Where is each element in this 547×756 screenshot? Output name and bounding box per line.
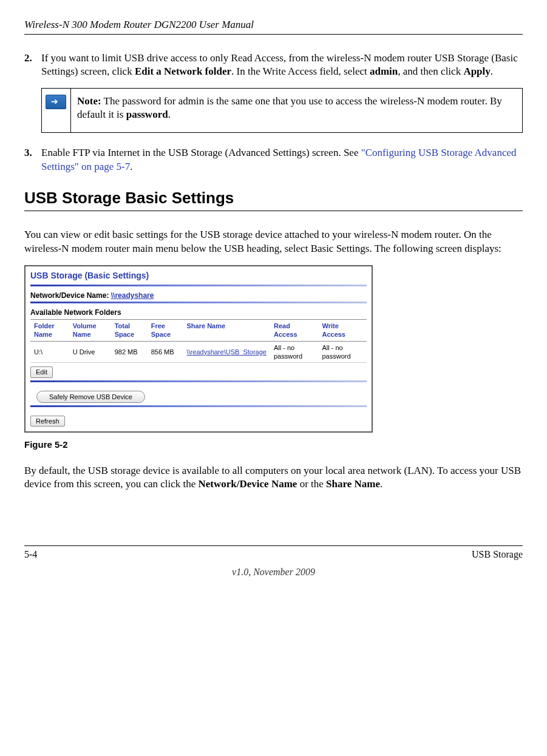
remove-row: Safely Remove USB Device — [25, 387, 372, 405]
step-2: 2. If you want to limit USB drive access… — [24, 52, 523, 78]
note-box: Note: The password for admin is the same… — [41, 88, 523, 133]
edit-button[interactable]: Edit — [30, 366, 53, 377]
step-2-text: If you want to limit USB drive access to… — [41, 52, 523, 78]
divider-line — [30, 380, 367, 382]
figure-screenshot: USB Storage (Basic Settings) Network/Dev… — [24, 265, 373, 433]
divider-line — [30, 285, 367, 286]
figure-caption: Figure 5-2 — [24, 439, 523, 451]
folders-table: Folder Name Volume Name Total Space Free… — [30, 319, 367, 363]
step-2-text-b: . In the Write Access field, select — [231, 66, 370, 77]
th-read-access: Read Access — [270, 320, 318, 342]
table-header-row: Folder Name Volume Name Total Space Free… — [30, 320, 367, 342]
th-share-name: Share Name — [183, 320, 270, 342]
td-free-space: 856 MB — [148, 341, 183, 363]
step-3-text: Enable FTP via Internet in the USB Stora… — [41, 146, 523, 173]
step-3-text-b: . — [130, 161, 132, 172]
arrow-icon — [46, 95, 66, 109]
note-text: Note: The password for admin is the same… — [71, 89, 522, 132]
table-row[interactable]: U:\ U Drive 982 MB 856 MB \\readyshare\U… — [30, 341, 367, 363]
td-total-space: 982 MB — [111, 341, 148, 363]
step-2-number: 2. — [24, 52, 41, 78]
note-body-b: . — [168, 109, 171, 120]
step-2-bold1: Edit a Network folder — [135, 66, 231, 77]
td-volume-name: U Drive — [69, 341, 111, 363]
step-2-text-d: . — [491, 66, 493, 77]
closing-b2: Share Name — [326, 478, 380, 490]
edit-btn-row: Edit — [25, 363, 372, 380]
th-free-space: Free Space — [148, 320, 183, 342]
closing-mid: or the — [297, 478, 326, 490]
td-folder-name: U:\ — [30, 341, 69, 363]
closing-after: . — [380, 478, 382, 490]
td-share-name: \\readyshare\USB_Storage — [183, 341, 270, 363]
step-3-number: 3. — [24, 146, 41, 173]
note-label: Note: — [77, 95, 101, 107]
doc-header: Wireless-N 300 Modem Router DGN2200 User… — [24, 18, 523, 35]
netdev-label: Network/Device Name: — [30, 291, 111, 300]
th-total-space: Total Space — [111, 320, 148, 342]
section-heading: USB Storage Basic Settings — [24, 188, 523, 209]
th-write-access: Write Access — [318, 320, 367, 342]
th-folder-name: Folder Name — [30, 320, 69, 342]
td-read-access: All - no password — [270, 341, 318, 363]
section-rule — [24, 211, 523, 211]
netdev-row: Network/Device Name: \\readyshare — [25, 291, 372, 302]
step-2-bold3: Apply — [463, 66, 490, 77]
footer-version: v1.0, November 2009 — [24, 566, 523, 579]
step-3-text-a: Enable FTP via Internet in the USB Stora… — [41, 147, 361, 158]
avail-label: Available Network Folders — [25, 308, 372, 319]
note-icon-cell — [42, 89, 71, 132]
netdev-link[interactable]: \\readyshare — [111, 291, 154, 300]
closing-paragraph: By default, the USB storage device is av… — [24, 464, 523, 491]
footer-chapter: USB Storage — [472, 548, 523, 561]
th-volume-name: Volume Name — [69, 320, 111, 342]
refresh-button[interactable]: Refresh — [30, 416, 65, 427]
step-2-text-c: , and then click — [398, 66, 463, 77]
share-link[interactable]: \\readyshare\USB_Storage — [187, 348, 267, 356]
note-bold: password — [126, 109, 168, 120]
page-footer: 5-4 USB Storage — [24, 545, 523, 561]
safely-remove-button[interactable]: Safely Remove USB Device — [36, 391, 145, 403]
divider-line — [30, 302, 367, 303]
closing-b1: Network/Device Name — [199, 478, 297, 490]
step-3: 3. Enable FTP via Internet in the USB St… — [24, 146, 523, 173]
fig-title: USB Storage (Basic Settings) — [25, 269, 372, 285]
step-2-bold2: admin — [370, 66, 398, 77]
intro-paragraph: You can view or edit basic settings for … — [24, 228, 523, 255]
td-write-access: All - no password — [318, 341, 367, 363]
divider-line — [30, 405, 367, 407]
refresh-btn-row: Refresh — [25, 412, 372, 429]
footer-page-number: 5-4 — [24, 548, 37, 561]
